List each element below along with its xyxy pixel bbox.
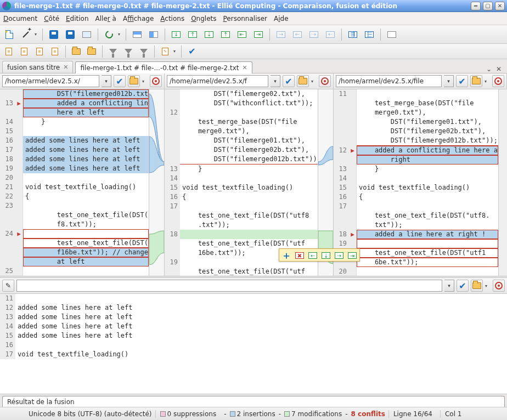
nav-prev-diff-button[interactable]: ⇣ — [202, 27, 216, 42]
layout-button[interactable] — [385, 27, 399, 42]
code-line[interactable]: 20 — [0, 173, 149, 183]
merge-button-1[interactable]: ⇢ — [307, 27, 321, 42]
output-edit-button[interactable]: ✎ — [2, 280, 14, 292]
code-line[interactable]: DST("filemerge01.txt"), — [334, 117, 498, 127]
code-line[interactable]: 17void test_textfile_loading() — [0, 350, 507, 359]
doc-merge-button[interactable]: ✎ — [159, 46, 172, 58]
menu-ct[interactable]: Côté — [44, 15, 59, 22]
code-line[interactable]: test_one_text_file(DST("ut — [0, 211, 149, 220]
merge-button-2[interactable]: ⇠ — [323, 27, 337, 42]
code-line[interactable]: 14 — [165, 174, 318, 183]
code-line[interactable]: 15void test_textfile_loading() — [165, 183, 318, 192]
right-path-dropdown[interactable]: ▾ — [444, 75, 454, 87]
close-tab-icon[interactable]: ✕ — [63, 64, 68, 71]
right-browse-button[interactable] — [470, 75, 482, 87]
doc-type-4-button[interactable]: ≡ — [48, 46, 61, 58]
wizard-dropdown[interactable]: ▾ — [33, 27, 38, 42]
code-line[interactable]: test_one_text_file(DST("ut — [0, 239, 149, 248]
doc-type-2-button[interactable]: ≡ — [18, 46, 31, 58]
left-target-button[interactable] — [150, 75, 162, 87]
code-line[interactable]: 23 — [0, 201, 149, 211]
inline-accept-left-button[interactable]: ⇠ — [307, 250, 319, 261]
close-tab-icon[interactable]: ✕ — [243, 64, 247, 71]
menu-actions[interactable]: Actions — [160, 15, 184, 22]
doc-type-3-button[interactable]: ≡ — [33, 46, 46, 58]
code-line[interactable]: 25 — [0, 266, 149, 276]
tab-active[interactable]: file-merge-1.txt # file-...-0.txt # file… — [75, 61, 252, 73]
code-line[interactable]: test_one_text_file(DST("utf — [165, 239, 318, 248]
code-line[interactable]: DST("withconflict.txt")); — [165, 99, 318, 108]
save-all-button[interactable] — [63, 27, 77, 42]
output-path-dropdown[interactable]: ▾ — [444, 280, 454, 292]
code-line[interactable]: .txt")); — [165, 220, 318, 230]
code-line[interactable]: at left — [0, 257, 149, 266]
code-line[interactable]: 15added some lines here at left — [0, 331, 507, 340]
code-line[interactable]: 13 } — [334, 164, 498, 174]
right-apply-button[interactable]: ✔ — [456, 75, 468, 87]
code-line[interactable]: 14added some lines here at left — [0, 322, 507, 331]
mid-pane[interactable]: DST("filemerge02.txt"), DST("withconflic… — [165, 89, 318, 276]
code-line[interactable]: 13▶ added a conflicting line — [0, 99, 149, 108]
merge-all-left-button[interactable]: ⇶ — [346, 27, 360, 42]
refresh-button[interactable] — [102, 27, 116, 42]
left-path-dropdown[interactable]: ▾ — [102, 75, 111, 87]
output-path-input[interactable] — [16, 280, 442, 292]
inline-accept-mid-button[interactable]: ⇣ — [320, 250, 332, 261]
output-apply-button[interactable]: ✔ — [457, 280, 469, 292]
code-line[interactable]: 19added some lines here at left — [0, 164, 149, 173]
copy-left-button[interactable]: → — [274, 27, 288, 42]
output-browse-button[interactable] — [471, 280, 483, 292]
code-line[interactable]: DST("filemerged012b.txt")); — [334, 136, 498, 146]
tabs-menu-icon[interactable]: ⌄ — [486, 65, 492, 73]
code-line[interactable]: DST("filemerged012b.txt")); — [165, 155, 318, 164]
code-line[interactable]: here at left — [0, 108, 149, 117]
code-line[interactable]: test_one_text_file(DST("utf8. — [334, 211, 498, 220]
mid-target-button[interactable] — [319, 75, 331, 87]
vertical-scrollbar[interactable] — [498, 89, 507, 276]
code-line[interactable]: 16{ — [334, 192, 498, 202]
screenshot-button[interactable] — [80, 27, 94, 42]
code-line[interactable]: f16be.txt")); // changed — [0, 248, 149, 257]
code-line[interactable]: 22{ — [0, 192, 149, 201]
code-line[interactable]: f8.txt")); — [0, 220, 149, 229]
code-line[interactable]: 17 — [165, 202, 318, 211]
inline-next-button[interactable]: ⇥ — [346, 250, 358, 261]
code-line[interactable]: 18added some lines here at left — [0, 155, 149, 164]
menu-aller[interactable]: Aller à — [95, 15, 116, 22]
doc-type-1-button[interactable]: ≡ — [2, 46, 15, 58]
code-line[interactable]: 19 — [334, 239, 498, 248]
mid-browse-button[interactable] — [297, 75, 309, 87]
left-path-input[interactable]: /home/armel/dev2.5.x/ — [2, 75, 99, 87]
code-line[interactable]: 16 — [0, 340, 507, 350]
nav-first-button[interactable]: ⇤ — [235, 27, 249, 42]
code-line[interactable]: DST("filemerge01.txt"), — [165, 136, 318, 145]
code-line[interactable]: right — [334, 155, 498, 164]
inline-reject-button[interactable]: ✖ — [294, 250, 306, 261]
save-button[interactable] — [47, 27, 61, 42]
code-line[interactable]: 14 } — [0, 117, 149, 127]
code-line[interactable]: 11 — [334, 89, 498, 99]
merge-all-right-button[interactable]: ⬱ — [362, 27, 376, 42]
tab-untitled[interactable]: fusion sans titre ✕ — [2, 61, 73, 73]
code-line[interactable]: 13 } — [165, 164, 318, 174]
code-line[interactable]: DST("filemerge02.txt"), — [165, 89, 318, 99]
left-pane[interactable]: DST("filemerged012b.txt");13▶ added a co… — [0, 89, 149, 276]
nav-prev-change-button[interactable]: ↓ — [169, 27, 183, 42]
filter-rem-button[interactable] — [137, 46, 150, 58]
code-line[interactable]: DST("filemerge02b.txt"), — [165, 145, 318, 155]
maximize-button[interactable]: ▢ — [483, 2, 493, 10]
code-line[interactable]: test_one_text_file(DST("utf — [165, 267, 318, 276]
mid-path-input[interactable]: /home/armel/dev2.5.x/f — [167, 75, 268, 87]
output-pane[interactable]: 1112added some lines here at left13added… — [0, 294, 507, 394]
code-line[interactable]: 17 — [334, 202, 498, 211]
menu-document[interactable]: Document — [3, 15, 37, 22]
code-line[interactable]: 16added some lines here at left — [0, 136, 149, 145]
nav-next-change-button[interactable]: ↑ — [185, 27, 200, 42]
tabs-close-all-icon[interactable]: ✕ — [496, 65, 502, 73]
code-line[interactable]: test_one_text_file(DST("utf8 — [165, 211, 318, 220]
code-line[interactable]: 17added some lines here at left — [0, 145, 149, 155]
close-button[interactable]: ✕ — [495, 2, 505, 10]
left-apply-button[interactable]: ✔ — [114, 75, 126, 87]
code-line[interactable]: 21void test_textfile_loading() — [0, 183, 149, 192]
code-line[interactable]: 24▶ — [0, 229, 149, 239]
